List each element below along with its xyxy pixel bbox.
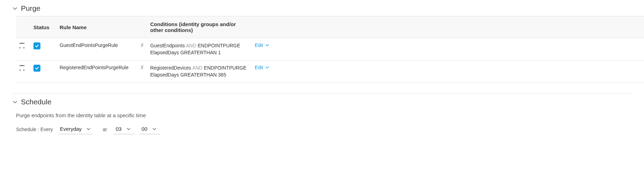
schedule-prefix-label: Schedule : Every <box>16 127 53 132</box>
condition-line-1: GuestEndpoints AND ENDPOINTPURGE <box>150 42 248 49</box>
condition-line-2: ElapsedDays GREATERTHAN 1 <box>150 49 248 56</box>
minute-dropdown[interactable]: 00 <box>139 125 160 134</box>
purge-title: Purge <box>21 4 40 13</box>
schedule-description: Purge endpoints from the identity table … <box>0 110 644 118</box>
conditions-column-header: Conditions (identity groups and/or other… <box>147 16 251 38</box>
table-row: RegisteredEndPointsPurgeRule if Register… <box>16 61 644 83</box>
condition-line-1: RegisteredDevices AND ENDPOINTPURGE <box>150 65 248 72</box>
if-label: if <box>141 42 143 48</box>
condition-line-2: ElapsedDays GREATERTHAN 365 <box>150 72 248 79</box>
rule-name-label: GuestEndPointsPurgeRule <box>60 42 118 48</box>
status-column-header: Status <box>30 16 56 38</box>
schedule-header[interactable]: Schedule <box>0 94 644 110</box>
purge-header[interactable]: Purge <box>0 0 644 16</box>
frequency-dropdown[interactable]: Everyday <box>58 125 93 134</box>
if-label: if <box>141 65 143 70</box>
rulename-column-header: Rule Name <box>56 16 136 38</box>
chevron-down-icon <box>13 6 17 11</box>
edit-button[interactable]: Edit <box>255 65 269 70</box>
chevron-down-icon <box>86 127 91 131</box>
hour-dropdown[interactable]: 03 <box>114 125 135 134</box>
schedule-section: Schedule Purge endpoints from the identi… <box>0 94 644 141</box>
schedule-title: Schedule <box>21 98 52 106</box>
chevron-down-icon <box>265 43 269 47</box>
status-checkbox[interactable] <box>33 65 40 72</box>
at-label: at <box>102 127 107 132</box>
chevron-down-icon <box>265 65 269 70</box>
chevron-down-icon <box>13 99 17 104</box>
chevron-down-icon <box>127 127 131 131</box>
status-checkbox[interactable] <box>33 42 40 49</box>
purge-rules-table: Status Rule Name Conditions (identity gr… <box>16 16 644 83</box>
chevron-down-icon <box>152 127 156 131</box>
purge-section: Purge Status Rule Name Conditions (ident… <box>0 0 644 83</box>
table-header-row: Status Rule Name Conditions (identity gr… <box>16 16 644 38</box>
drag-handle-icon[interactable] <box>20 65 24 71</box>
schedule-controls: Schedule : Every Everyday at 03 00 <box>0 118 644 141</box>
table-row: GuestEndPointsPurgeRule if GuestEndpoint… <box>16 38 644 61</box>
edit-button[interactable]: Edit <box>255 42 269 48</box>
rule-name-label: RegisteredEndPointsPurgeRule <box>60 65 129 70</box>
drag-handle-icon[interactable] <box>20 43 24 48</box>
